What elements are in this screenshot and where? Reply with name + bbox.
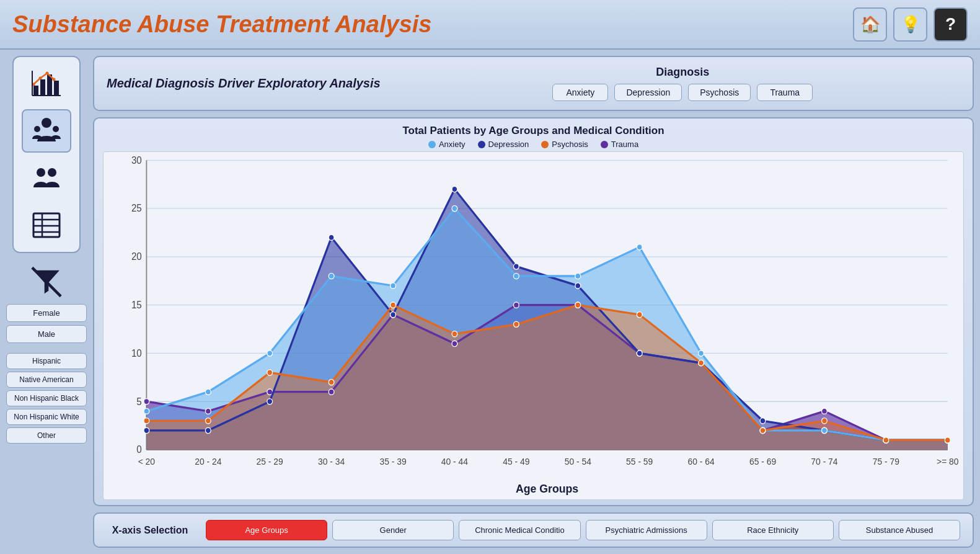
svg-point-103 (452, 331, 457, 337)
legend-anxiety-label: Anxiety (439, 140, 466, 149)
svg-text:5: 5 (136, 396, 141, 406)
svg-text:10: 10 (131, 347, 142, 358)
svg-point-108 (760, 427, 766, 433)
trauma-diagnosis-button[interactable]: Trauma (757, 84, 813, 101)
diagnosis-button-group: Anxiety Depression Psychosis Trauma (552, 84, 813, 101)
svg-point-75 (452, 186, 457, 192)
chart-svg: 051015202530< 2020 - 2425 - 2930 - 3435 … (104, 152, 963, 499)
svg-point-102 (391, 302, 396, 308)
legend-trauma: Trauma (601, 140, 638, 149)
sidebar-item-barchart[interactable] (22, 62, 71, 105)
diagnosis-panel: Medical Diagnosis Driver Exploratory Ana… (93, 56, 974, 111)
chart-panel: Total Patients by Age Groups and Medical… (93, 117, 974, 506)
non-hispanic-white-filter-button[interactable]: Non Hispanic White (6, 409, 87, 425)
psychosis-diagnosis-button[interactable]: Psychosis (688, 84, 751, 101)
svg-point-101 (329, 379, 334, 385)
svg-text:45 - 49: 45 - 49 (503, 457, 529, 467)
svg-point-111 (945, 437, 950, 443)
svg-point-56 (144, 399, 149, 404)
svg-point-85 (205, 389, 211, 395)
svg-text:30: 30 (131, 154, 142, 165)
svg-text:15: 15 (131, 300, 142, 310)
svg-point-67 (822, 408, 828, 414)
sidebar-item-demographics[interactable] (22, 109, 71, 153)
help-button[interactable]: ? (934, 7, 968, 42)
svg-marker-55 (146, 305, 947, 450)
svg-text:0: 0 (136, 444, 142, 455)
svg-text:25: 25 (131, 203, 142, 213)
home-button[interactable]: 🏠 (853, 7, 887, 42)
svg-point-92 (637, 244, 642, 250)
svg-text:20: 20 (131, 251, 142, 262)
svg-point-95 (822, 427, 828, 433)
svg-point-61 (452, 341, 457, 346)
legend-psychosis-label: Psychosis (552, 140, 588, 149)
diagnosis-label: Diagnosis (656, 66, 709, 79)
legend-psychosis: Psychosis (541, 140, 588, 149)
xaxis-race-button[interactable]: Race Ethnicity (712, 520, 834, 540)
svg-point-57 (205, 408, 211, 414)
svg-point-77 (575, 283, 581, 288)
legend-anxiety: Anxiety (428, 140, 466, 149)
svg-text:>= 80: >= 80 (937, 457, 959, 467)
svg-point-76 (513, 264, 519, 269)
svg-text:75 - 79: 75 - 79 (873, 457, 899, 467)
xaxis-substance-button[interactable]: Substance Abused (839, 520, 960, 540)
svg-text:Age Groups: Age Groups (516, 483, 578, 496)
svg-point-91 (575, 273, 581, 279)
xaxis-psychiatric-button[interactable]: Psychiatric Admissions (586, 520, 707, 540)
hispanic-filter-button[interactable]: Hispanic (6, 353, 87, 369)
svg-point-84 (144, 408, 149, 414)
svg-point-88 (391, 283, 396, 288)
svg-point-100 (267, 370, 273, 375)
anxiety-dot (428, 141, 436, 148)
svg-point-5 (39, 77, 42, 80)
xaxis-age-groups-button[interactable]: Age Groups (206, 520, 327, 540)
lightbulb-button[interactable]: 💡 (893, 7, 927, 42)
race-filter-group: Hispanic Native American Non Hispanic Bl… (6, 353, 87, 444)
svg-text:25 - 29: 25 - 29 (257, 457, 283, 467)
other-filter-button[interactable]: Other (6, 427, 87, 444)
svg-point-6 (46, 72, 49, 75)
svg-text:< 20: < 20 (138, 457, 155, 467)
native-american-filter-button[interactable]: Native American (6, 372, 87, 388)
depression-diagnosis-button[interactable]: Depression (614, 84, 682, 101)
filter-disabled-icon[interactable] (22, 263, 71, 300)
svg-text:30 - 34: 30 - 34 (318, 457, 345, 467)
chart-legend: Anxiety Depression Psychosis Trauma (103, 140, 964, 149)
svg-point-72 (267, 399, 273, 404)
svg-point-107 (699, 360, 704, 365)
non-hispanic-black-filter-button[interactable]: Non Hispanic Black (6, 390, 87, 406)
male-filter-button[interactable]: Male (6, 325, 87, 343)
svg-point-106 (637, 312, 642, 318)
header: Substance Abuse Treatment Analysis 🏠 💡 ? (0, 0, 980, 50)
svg-point-80 (760, 418, 766, 424)
depression-dot (478, 141, 485, 148)
content-area: Medical Diagnosis Driver Exploratory Ana… (93, 56, 974, 548)
svg-point-89 (452, 205, 457, 211)
svg-text:60 - 64: 60 - 64 (688, 457, 715, 467)
main-layout: Female Male Hispanic Native American Non… (0, 50, 980, 554)
female-filter-button[interactable]: Female (6, 304, 87, 322)
panel-title: Medical Diagnosis Driver Exploratory Ana… (107, 76, 381, 91)
gender-filter-group: Female Male (6, 304, 87, 343)
anxiety-diagnosis-button[interactable]: Anxiety (552, 84, 608, 101)
svg-point-70 (144, 427, 149, 433)
xaxis-chronic-button[interactable]: Chronic Medical Conditio (459, 520, 580, 540)
svg-text:70 - 74: 70 - 74 (811, 457, 837, 467)
xaxis-selection-panel: X-axis Selection Age Groups Gender Chron… (93, 512, 974, 548)
svg-point-98 (144, 418, 149, 424)
chart-title: Total Patients by Age Groups and Medical… (103, 125, 964, 137)
svg-point-73 (329, 235, 334, 240)
svg-point-109 (822, 418, 828, 424)
svg-rect-0 (33, 86, 38, 96)
svg-text:35 - 39: 35 - 39 (379, 457, 406, 467)
xaxis-gender-button[interactable]: Gender (332, 520, 454, 540)
sidebar-item-group[interactable] (22, 156, 71, 200)
sidebar-item-table[interactable] (22, 203, 71, 247)
svg-point-104 (513, 321, 519, 327)
header-icon-group: 🏠 💡 ? (853, 7, 968, 42)
svg-point-93 (699, 351, 704, 356)
svg-text:55 - 59: 55 - 59 (626, 457, 653, 467)
sidebar: Female Male Hispanic Native American Non… (6, 56, 87, 548)
